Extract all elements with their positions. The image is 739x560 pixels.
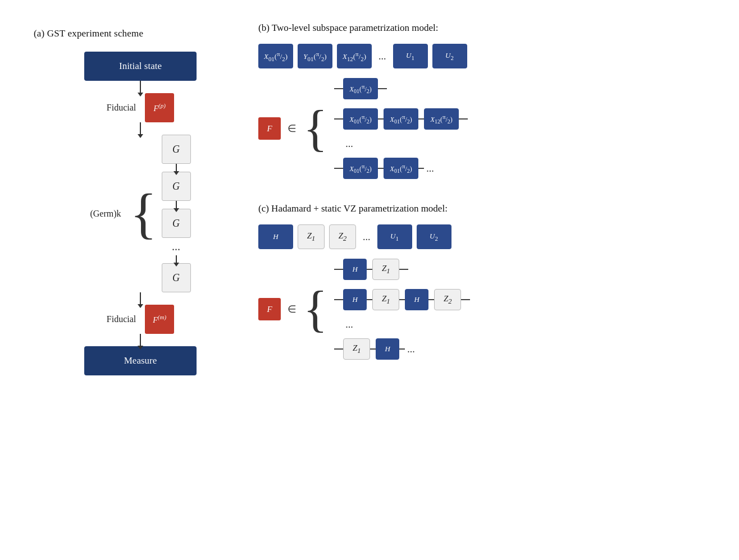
b-line3-dots: ... <box>424 163 436 175</box>
section-b: (b) Two-level subspace parametrization m… <box>258 22 705 181</box>
c-line2-z2: Z2 <box>434 289 461 310</box>
section-b-title: (b) Two-level subspace parametrization m… <box>258 22 705 34</box>
fiducial-p-label: Fiducial <box>107 103 136 113</box>
b-circuit-line-2: X01(π/2) X01(π/2) X12(π/2) <box>334 107 468 131</box>
c-gate-dots: ... <box>361 231 373 243</box>
b-gate-u1: U1 <box>393 44 428 68</box>
arrow-fiducial-p <box>140 122 141 135</box>
b-circuit-lines: X01(π/2) X01(π/2) X01(π/2) <box>334 76 468 181</box>
c-circuit-line-3: Z1 H ... <box>334 337 470 361</box>
initial-state-box: Initial state <box>84 52 197 81</box>
c-ellipsis: ... <box>334 318 470 331</box>
b-gate-x01: X01(π/2) <box>258 44 293 68</box>
b-line1-x01: X01(π/2) <box>343 78 378 99</box>
germ-gn: G <box>162 263 191 292</box>
germ-g3: G <box>162 209 191 238</box>
c-in-symbol: ∈ <box>288 303 296 315</box>
c-line2-h2: H <box>405 289 428 310</box>
c-gate-z1: Z1 <box>298 224 325 249</box>
germ-section: (Germ)k { G G G ... G <box>90 135 190 292</box>
section-c: (c) Hadamard + static VZ parametrization… <box>258 203 705 361</box>
c-circuit-line-2: H Z1 H Z2 <box>334 287 470 312</box>
b-line2-x01b: X01(π/2) <box>384 108 418 130</box>
arrow-g1 <box>176 164 177 172</box>
germ-g2: G <box>162 172 191 201</box>
section-a-title: (a) GST experiment scheme <box>34 28 143 39</box>
c-line2-h1: H <box>343 289 367 310</box>
divider <box>258 192 705 203</box>
c-brace: { <box>303 288 327 331</box>
c-line2-z1: Z1 <box>372 289 399 310</box>
b-fiducial-f: F <box>258 117 281 140</box>
arrow-initial <box>140 81 141 93</box>
b-line3-x01a: X01(π/2) <box>343 158 378 179</box>
measure-box: Measure <box>84 346 197 375</box>
fiducial-m-box: F(m) <box>145 305 174 334</box>
c-fiducial-set: F ∈ { H Z1 <box>258 257 705 361</box>
germ-label: (Germ)k <box>90 209 121 219</box>
c-line3-dots: ... <box>405 343 417 355</box>
left-panel: (a) GST experiment scheme Initial state … <box>34 22 225 538</box>
b-gate-x12: X12(π/2) <box>337 44 372 68</box>
arrow-fiducial-m <box>140 334 141 346</box>
c-circuit-line-1: H Z1 <box>334 257 470 282</box>
c-gate-u2: U2 <box>417 224 451 249</box>
c-line1-z1: Z1 <box>372 259 399 280</box>
c-gate-u1: U1 <box>377 224 412 249</box>
section-c-title: (c) Hadamard + static VZ parametrization… <box>258 203 705 214</box>
arrow-germ-out <box>140 292 141 305</box>
c-gate-row: H Z1 Z2 ... U1 U2 <box>258 224 705 249</box>
b-gate-dots: ... <box>376 51 389 62</box>
germ-g1: G <box>162 135 191 164</box>
fiducial-m-label: Fiducial <box>107 314 136 324</box>
c-gate-z2: Z2 <box>329 224 356 249</box>
b-gate-y01: Y01(π/2) <box>298 44 332 68</box>
right-panel: (b) Two-level subspace parametrization m… <box>258 22 705 538</box>
c-line3-h: H <box>376 338 399 360</box>
fiducial-p-box: F(p) <box>145 93 174 122</box>
b-circuit-line-1: X01(π/2) <box>334 76 468 101</box>
flow-diagram: Initial state Fiducial F(p) (Germ)k { <box>34 52 225 375</box>
b-fiducial-set: F ∈ { X01(π/2) <box>258 76 705 181</box>
germ-dots: ... <box>172 240 180 253</box>
brace-left: { <box>130 189 157 239</box>
b-gate-u2: U2 <box>432 44 467 68</box>
b-in-symbol: ∈ <box>288 122 296 135</box>
c-gate-h: H <box>258 224 293 249</box>
b-line2-x12: X12(π/2) <box>424 108 459 130</box>
b-brace: { <box>303 107 327 150</box>
c-circuit-lines: H Z1 H <box>334 257 470 361</box>
arrow-gn-pre <box>176 255 177 263</box>
germ-stack: G G G ... G <box>162 135 191 292</box>
c-line1-h: H <box>343 259 367 280</box>
b-ellipsis: ... <box>334 137 468 150</box>
b-circuit-line-3: X01(π/2) X01(π/2) ... <box>334 156 468 181</box>
b-gate-row: X01(π/2) Y01(π/2) X12(π/2) ... U1 U2 <box>258 44 705 68</box>
b-line3-x01b: X01(π/2) <box>384 158 418 179</box>
c-line3-z1: Z1 <box>343 338 370 360</box>
c-fiducial-f: F <box>258 298 281 320</box>
b-line2-x01a: X01(π/2) <box>343 108 378 130</box>
arrow-g2 <box>176 201 177 209</box>
